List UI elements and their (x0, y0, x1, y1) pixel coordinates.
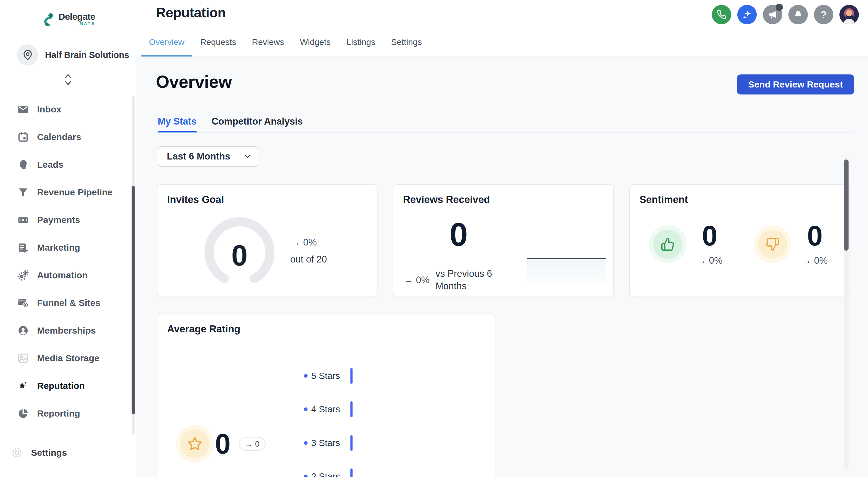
sidebar-item-automation[interactable]: Automation (0, 261, 136, 289)
browser-globe-icon (17, 297, 29, 309)
announcements-button[interactable] (763, 5, 782, 24)
sidebar-item-label: Reputation (37, 381, 85, 391)
tab-listings[interactable]: Listings (339, 37, 383, 57)
question-mark-icon: ? (820, 9, 827, 21)
help-button[interactable]: ? (814, 5, 833, 24)
sidebar-scrollbar-thumb[interactable] (132, 186, 135, 414)
phone-button[interactable] (712, 5, 731, 24)
megaphone-icon (768, 10, 777, 20)
sidebar-item-label: Revenue Pipeline (37, 187, 113, 197)
reviews-compare-label: vs Previous 6 Months (436, 267, 498, 292)
account-switcher[interactable]: Half Brain Solutions (17, 44, 129, 66)
inbox-icon (17, 103, 29, 116)
sidebar-item-label: Funnel & Sites (37, 298, 100, 308)
sidebar-item-label: Reporting (37, 408, 80, 419)
sidebar-item-calendars[interactable]: Calendars (0, 123, 136, 151)
tab-overview[interactable]: Overview (141, 37, 192, 57)
date-range-select[interactable]: Last 6 Months (158, 146, 258, 167)
bell-icon (793, 10, 803, 20)
user-avatar[interactable] (839, 5, 859, 24)
reviews-received-card: Reviews Received 0 → 0% vs Previous 6 Mo… (393, 184, 614, 297)
sidebar-item-label: Calendars (37, 132, 81, 142)
negative-sentiment-badge (754, 225, 792, 263)
positive-sentiment-trend: → 0% (690, 255, 730, 266)
sidebar-item-inbox[interactable]: Inbox (0, 95, 136, 123)
pie-chart-icon (17, 407, 29, 420)
average-rating-trend-badge: → 0 (239, 437, 266, 451)
sidebar-item-settings[interactable]: Settings (11, 447, 67, 459)
sidebar-item-funnel-sites[interactable]: Funnel & Sites (0, 289, 136, 317)
sidebar-item-reporting[interactable]: Reporting (0, 400, 136, 427)
thumbs-up-icon (661, 237, 675, 251)
sidebar-item-payments[interactable]: Payments (0, 206, 136, 234)
sidebar-item-label: Marketing (37, 243, 80, 253)
banknote-icon (17, 214, 29, 226)
rating-row-2-stars: 2 Stars (304, 469, 352, 477)
rating-row-5-stars: 5 Stars (304, 368, 352, 384)
invites-goal-card: Invites Goal 0 → 0% out of 20 (157, 184, 378, 297)
sidebar-item-label: Payments (37, 215, 80, 225)
notifications-button[interactable] (788, 5, 808, 24)
rating-bar (350, 401, 352, 417)
negative-sentiment-value: 0 (795, 222, 835, 250)
notification-dot (776, 4, 783, 11)
positive-sentiment-value: 0 (690, 222, 730, 250)
user-circle-icon (17, 324, 29, 337)
invites-goal-value: 0 (200, 213, 279, 292)
sentiment-card: Sentiment 0 → 0% 0 → 0% (629, 184, 850, 297)
phone-icon (717, 10, 726, 20)
sidebar-item-media-storage[interactable]: Media Storage (0, 344, 136, 372)
sidebar-item-label: Automation (37, 270, 88, 280)
brand-logo: Delegate MATE (0, 11, 136, 29)
sidebar-item-label: Memberships (37, 325, 96, 336)
image-icon (17, 352, 29, 364)
rating-row-label: 4 Stars (311, 404, 347, 414)
positive-sentiment-badge (649, 225, 687, 263)
send-review-request-button[interactable]: Send Review Request (737, 74, 854, 94)
ai-assistant-button[interactable] (737, 5, 757, 24)
sidebar-item-label: Inbox (37, 104, 61, 115)
section-heading: Overview (156, 72, 232, 92)
average-rating-card: Average Rating 0 → 0 5 Stars 4 Stars 3 S… (157, 314, 495, 477)
sidebar-item-marketing[interactable]: Marketing (0, 234, 136, 261)
map-pin-icon (22, 50, 33, 60)
sidebar-item-leads[interactable]: Leads (0, 151, 136, 178)
legend-dot (304, 374, 308, 378)
negative-sentiment-trend: → 0% (795, 255, 835, 266)
top-header: Reputation Overview Requests Reviews Wid… (136, 0, 868, 57)
funnel-icon (17, 186, 29, 198)
tab-requests[interactable]: Requests (192, 37, 244, 57)
rating-row-label: 5 Stars (311, 371, 347, 381)
tab-widgets[interactable]: Widgets (292, 37, 339, 57)
main-content: Overview Send Review Request My Stats Co… (136, 57, 868, 477)
account-expander-button[interactable] (0, 72, 136, 88)
rating-row-3-stars: 3 Stars (304, 435, 352, 451)
rating-bar (350, 435, 352, 451)
sidebar-item-reputation[interactable]: Reputation (0, 372, 136, 400)
content-scrollbar-thumb[interactable] (844, 160, 848, 251)
card-title: Invites Goal (167, 194, 224, 205)
sidebar-nav: Inbox Calendars Leads Revenue Pipeline P… (0, 95, 136, 427)
card-title: Reviews Received (403, 194, 490, 205)
sidebar-item-label: Leads (37, 160, 64, 170)
card-title: Sentiment (640, 194, 688, 205)
subtab-divider (156, 132, 855, 133)
sidebar-item-revenue-pipeline[interactable]: Revenue Pipeline (0, 178, 136, 206)
leads-icon (17, 159, 29, 171)
rating-bar (350, 469, 352, 477)
calendar-icon (17, 131, 29, 143)
star-icon (187, 436, 203, 451)
sidebar: Delegate MATE Half Brain Solutions Inbox (0, 0, 136, 477)
sidebar-item-memberships[interactable]: Memberships (0, 317, 136, 344)
legend-dot (304, 407, 308, 411)
gears-icon (17, 269, 29, 281)
invites-goal-trend: → 0% (291, 237, 317, 248)
chevrons-up-down-icon (63, 72, 73, 88)
header-tabs: Overview Requests Reviews Widgets Listin… (141, 37, 430, 57)
gear-icon (11, 447, 23, 459)
subtab-my-stats[interactable]: My Stats (158, 116, 196, 127)
rating-row-label: 2 Stars (311, 471, 347, 477)
tab-settings[interactable]: Settings (383, 37, 430, 57)
subtab-competitor-analysis[interactable]: Competitor Analysis (212, 116, 303, 127)
tab-reviews[interactable]: Reviews (244, 37, 292, 57)
